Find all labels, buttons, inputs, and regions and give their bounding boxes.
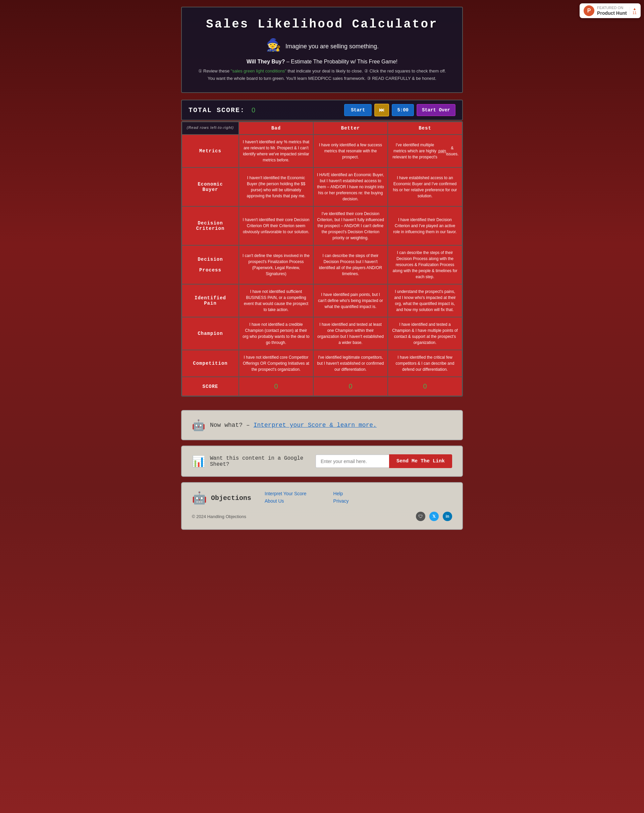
cell-metrics-best[interactable]: I've identified multiple metrics which a… [388, 135, 462, 167]
row-label-decision-criterion: DecisionCriterion [182, 206, 239, 245]
spreadsheet-icon: 📊 [192, 455, 205, 468]
main-table: (Read rows left-to-right) Bad Better Bes… [181, 121, 463, 397]
footer-link-privacy[interactable]: Privacy [333, 498, 349, 504]
bot-icon: 🤖 [192, 419, 205, 431]
row-label-competition: Competition [182, 350, 239, 377]
col-bad-header: Bad [239, 122, 313, 135]
col-best-header: Best [388, 122, 462, 135]
email-form: Send Me The Link [315, 454, 452, 468]
cell-economic-better[interactable]: I HAVE identified an Economic Buyer, but… [313, 167, 388, 206]
email-input[interactable] [315, 454, 389, 468]
send-link-button[interactable]: Send Me The Link [389, 454, 452, 468]
row-label-metrics: Metrics [182, 135, 239, 167]
cell-criterion-better[interactable]: I've identified their core Decision Crit… [313, 206, 388, 245]
score-cell-better: 0 [313, 377, 388, 396]
header-card: Sales Likelihood Calculator 🧙 Imagine yo… [181, 7, 463, 93]
now-what-text: Now what? – Interpret your Score & learn… [210, 422, 377, 428]
score-cell-best: 0 [388, 377, 462, 396]
google-sheet-text: Want this content in a Google Sheet? [210, 455, 311, 467]
social-linkedin-icon[interactable]: in [443, 512, 452, 521]
row-label-champion: Champion [182, 317, 239, 350]
table-grid: (Read rows left-to-right) Bad Better Bes… [182, 122, 462, 396]
cell-competition-bad[interactable]: I have not identified core Competitor Of… [239, 350, 313, 377]
score-bar: TOTAL SCORE: 0 Start ⏭ 5:00 Start Over [181, 100, 463, 120]
interpret-score-link[interactable]: Interpret your Score & learn more. [254, 422, 377, 428]
cell-pain-better[interactable]: I have identified pain points, but I can… [313, 284, 388, 317]
footer-link-about[interactable]: About Us [265, 498, 307, 504]
timer-button[interactable]: 5:00 [392, 104, 414, 116]
footer-link-help[interactable]: Help [333, 491, 349, 496]
cell-competition-best[interactable]: I have identified the critical few compe… [388, 350, 462, 377]
cell-competition-better[interactable]: I've identified legitimate competitors, … [313, 350, 388, 377]
cell-economic-bad[interactable]: I haven't identified the Economic Buyer … [239, 167, 313, 206]
cell-champion-better[interactable]: I have identified and tested at least on… [313, 317, 388, 350]
cell-process-bad[interactable]: I can't define the steps involved in the… [239, 245, 313, 284]
cell-economic-best[interactable]: I have established access to an Economic… [388, 167, 462, 206]
footer-bottom: © 2024 Handling Objections 🛡 𝕏 in [192, 512, 452, 521]
footer-brand-icon: 🤖 [192, 491, 207, 505]
footer-links-col2: Help Privacy [333, 491, 349, 505]
cell-pain-best[interactable]: I understand the prospect's pains, and I… [388, 284, 462, 317]
footer-brand: 🤖 Objections [192, 491, 251, 505]
footer-brand-name: Objections [211, 494, 251, 502]
footer-link-interpret[interactable]: Interpret Your Score [265, 491, 307, 496]
score-row-label: SCORE [182, 377, 239, 396]
google-sheet-row: 📊 Want this content in a Google Sheet? S… [192, 454, 452, 468]
col-direction: (Read rows left-to-right) [182, 122, 239, 135]
social-twitter-icon[interactable]: 𝕏 [429, 512, 439, 521]
score-cell-bad: 0 [239, 377, 313, 396]
google-sheet-card: 📊 Want this content in a Google Sheet? S… [181, 446, 463, 477]
page-container: Sales Likelihood Calculator 🧙 Imagine yo… [181, 0, 463, 543]
ph-text: FEATURED ON Product Hunt [597, 5, 627, 16]
cell-champion-best[interactable]: I have identified and tested a Champion … [388, 317, 462, 350]
subtitle-row: 🧙 Imagine you are selling something. [195, 38, 449, 55]
footer-links-col1: Interpret Your Score About Us [265, 491, 307, 505]
row-label-economic-buyer: EconomicBuyer [182, 167, 239, 206]
page-title: Sales Likelihood Calculator [195, 17, 449, 31]
start-over-button[interactable]: Start Over [417, 104, 455, 116]
header-instructions: ① Review these "sales green light condit… [195, 67, 449, 82]
ph-vote-count: ▲ 11 [630, 7, 636, 15]
skip-button[interactable]: ⏭ [374, 104, 389, 117]
ph-logo-icon: P [584, 5, 594, 16]
header-question: Will They Buy? – Estimate The Probabilit… [195, 59, 449, 65]
cell-criterion-best[interactable]: I have identified their Decision Criteri… [388, 206, 462, 245]
total-score-label: TOTAL SCORE: [189, 106, 245, 114]
col-better-header: Better [313, 122, 388, 135]
footer-top: 🤖 Objections Interpret Your Score About … [192, 491, 452, 505]
cell-process-better[interactable]: I can describe the steps of their Decisi… [313, 245, 388, 284]
cell-pain-bad[interactable]: I have not identified sufficient BUSINES… [239, 284, 313, 317]
subtitle-text: Imagine you are selling something. [285, 43, 379, 50]
footer-card: 🤖 Objections Interpret Your Score About … [181, 482, 463, 530]
row-label-decision-process: DecisionProcess [182, 245, 239, 284]
total-score-value: 0 [251, 106, 255, 114]
product-hunt-badge[interactable]: P FEATURED ON Product Hunt ▲ 11 [580, 3, 641, 18]
cell-champion-bad[interactable]: I have not identified a credible Champio… [239, 317, 313, 350]
footer-social: 🛡 𝕏 in [416, 512, 452, 521]
cell-metrics-bad[interactable]: I haven't identified any % metrics that … [239, 135, 313, 167]
green-conditions-link[interactable]: "sales green light conditions" [231, 69, 287, 74]
cell-criterion-bad[interactable]: I haven't identified their core Decision… [239, 206, 313, 245]
cell-metrics-better[interactable]: I have only identified a few success met… [313, 135, 388, 167]
footer-copyright: © 2024 Handling Objections [192, 514, 246, 519]
start-button[interactable]: Start [344, 104, 372, 116]
now-what-card: 🤖 Now what? – Interpret your Score & lea… [181, 410, 463, 440]
social-shield-icon[interactable]: 🛡 [416, 512, 425, 521]
cell-process-best[interactable]: I can describe the steps of their Decisi… [388, 245, 462, 284]
wizard-icon: 🧙 [265, 38, 282, 55]
row-label-pain: IdentifiedPain [182, 284, 239, 317]
score-bar-controls: Start ⏭ 5:00 Start Over [344, 104, 455, 117]
now-what-row: 🤖 Now what? – Interpret your Score & lea… [192, 419, 452, 431]
